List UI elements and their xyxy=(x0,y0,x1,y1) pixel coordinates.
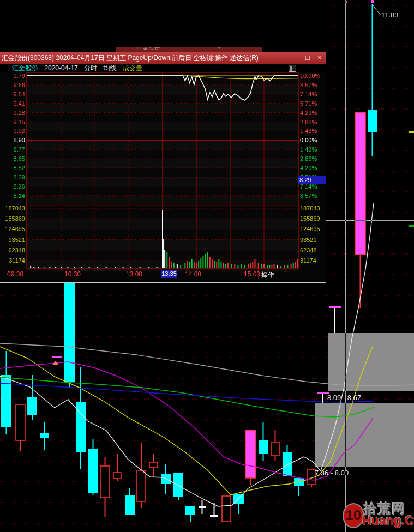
pct-axis-label: 0.00% xyxy=(300,137,325,143)
time-tick-label: 15:00 xyxy=(244,270,260,278)
price-axis-label: 8.14 xyxy=(0,192,25,199)
price-axis-label: 9.15 xyxy=(0,119,25,125)
popup-title: 汇金股份(300368) 2020年04月17日 星期五 PageUp/Down… xyxy=(2,52,259,64)
tdx-screen: { "behind_window": { "title": "汇金股份", "c… xyxy=(0,0,414,532)
volume-axis-label: 31174 xyxy=(0,257,25,264)
crosshair-vertical xyxy=(345,0,346,532)
pct-axis-label: 1.43% xyxy=(300,146,325,153)
trade-date: 2020-04-17 xyxy=(44,64,77,72)
volume-axis-label: 93521 xyxy=(300,237,325,243)
pct-axis-label: 10.00% xyxy=(300,72,325,79)
background-close-icon[interactable]: × xyxy=(217,47,220,50)
high-price-label: 11.83 xyxy=(381,11,399,19)
price-axis-label: 9.66 xyxy=(0,82,25,88)
site-watermark: 10 拾荒网 Huang.CN xyxy=(341,499,414,530)
price-axis-label: 9.41 xyxy=(0,100,25,107)
pct-axis-label: 4.29% xyxy=(300,165,325,171)
watermark-en-text: Huang.CN xyxy=(362,513,414,528)
pct-axis-label: 8.57% xyxy=(300,82,325,88)
price-axis-label: 8.26 xyxy=(0,183,25,190)
range-label-box1: 8.09 - 8.67 xyxy=(327,394,361,402)
volume-axis-label: 187043 xyxy=(300,205,325,211)
time-tick-label: 14:00 xyxy=(185,270,201,278)
volume-axis-label: 93521 xyxy=(0,237,25,243)
volume-axis-label: 31174 xyxy=(300,257,325,264)
close-button[interactable]: × xyxy=(314,52,325,64)
pct-axis-label: 2.86% xyxy=(300,155,325,162)
volume-axis-label: 155869 xyxy=(300,215,325,222)
intraday-popup-window[interactable]: 汇金股份(300368) 2020年04月17日 星期五 PageUp/Down… xyxy=(0,52,326,283)
pct-axis-label: 1.43% xyxy=(300,128,325,134)
time-tick-label: 09:30 xyxy=(7,270,23,278)
action-menu-label[interactable]: 操作 xyxy=(261,270,274,280)
maximize-button[interactable]: □ xyxy=(302,52,313,64)
price-axis-label: 9.54 xyxy=(0,91,25,98)
time-tick-label: 10:30 xyxy=(64,270,81,278)
price-axis-label: 8.90 xyxy=(0,137,25,143)
volume-axis-label: 124695 xyxy=(0,226,25,232)
popup-info-row: 汇金股份 2020-04-17 分时 均线 成交量 xyxy=(0,64,326,72)
time-axis: 13:35 操作 09:3010:3013:0014:0015:00 xyxy=(0,269,326,279)
pct-axis-label: 8.57% xyxy=(300,192,325,199)
popup-bottom-edge xyxy=(0,282,326,283)
volume-axis-label: 187043 xyxy=(0,205,25,211)
price-axis-label: 8.77 xyxy=(0,146,25,153)
volume-label[interactable]: 成交量 xyxy=(123,64,142,72)
volume-axis-label: 155869 xyxy=(0,215,25,222)
range-label-box2: 7.36 - 8.00 xyxy=(315,469,349,477)
popup-titlebar[interactable]: 汇金股份(300368) 2020年04月17日 星期五 PageUp/Down… xyxy=(0,52,326,64)
mode-label[interactable]: 分时 xyxy=(84,64,97,72)
crosshair-time-tag: 13:35 xyxy=(161,270,177,278)
time-tick-label: 13:00 xyxy=(126,270,142,278)
pct-axis-label: 2.86% xyxy=(300,119,325,125)
watermark-logo-icon: 10 xyxy=(343,503,364,528)
price-axis-label: 9.79 xyxy=(0,72,25,79)
pct-axis-label: 4.29% xyxy=(300,110,325,116)
pct-axis-label: 7.14% xyxy=(300,91,325,98)
stock-name: 汇金股份 xyxy=(12,64,38,72)
background-window-titlebar[interactable]: 汇金股份 × xyxy=(116,47,262,52)
price-axis-label: 8.52 xyxy=(0,165,25,171)
price-axis-label: 9.03 xyxy=(0,128,25,134)
volume-axis-label: 124695 xyxy=(300,226,325,232)
volume-axis-label: 62348 xyxy=(0,247,25,253)
price-axis-label: 8.39 xyxy=(0,174,25,180)
intraday-chart-plot[interactable] xyxy=(0,72,326,283)
background-window-title: 汇金股份 xyxy=(136,47,160,52)
ma-label[interactable]: 均线 xyxy=(103,64,116,72)
pct-axis-label: 5.71% xyxy=(300,100,325,107)
layout-icon[interactable] xyxy=(289,65,296,72)
volume-axis-label: 62348 xyxy=(300,247,325,253)
price-axis-label: 9.28 xyxy=(0,110,25,116)
crosshair-price-tag: 8.29 xyxy=(298,176,326,184)
price-axis-label: 8.65 xyxy=(0,155,25,162)
